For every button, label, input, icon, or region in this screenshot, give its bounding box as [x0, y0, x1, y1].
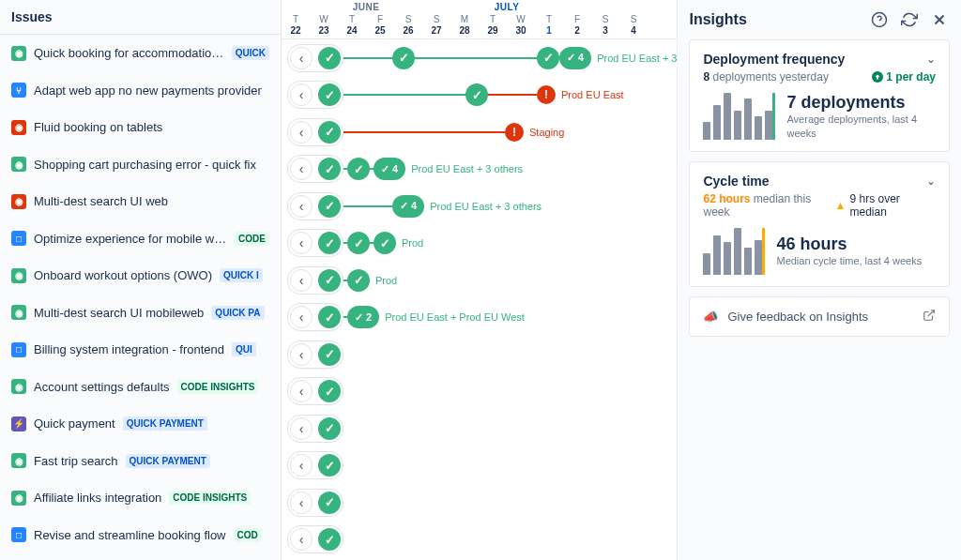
bookmark-icon: ◉	[11, 379, 26, 394]
issue-tag: CODE INSIGHTS	[177, 380, 259, 394]
deploy-check-icon[interactable]: ✓	[318, 195, 341, 218]
deploy-big-number: 7 deployments	[786, 93, 936, 113]
origin-capsule[interactable]: ‹✓	[287, 118, 343, 146]
environment-label: Prod EU East + 3 others	[411, 163, 523, 174]
deploy-check-icon[interactable]: ✓	[374, 232, 396, 254]
deploy-count-pill[interactable]: ✓ 4	[392, 195, 424, 218]
timeline-row: ‹✓	[282, 522, 677, 559]
expand-chevron-icon[interactable]: ‹	[290, 380, 313, 402]
deploy-check-icon[interactable]: ✓	[392, 47, 415, 69]
deploy-check-icon[interactable]: ✓	[318, 83, 341, 106]
chart-bar	[765, 111, 772, 140]
issue-row[interactable]: ◉Multi-dest search UI web	[0, 183, 281, 220]
issue-title: Onboard workout options (OWO)	[34, 268, 212, 282]
deploy-check-icon[interactable]: ✓	[318, 47, 341, 69]
deploy-check-icon[interactable]: ✓	[318, 380, 341, 402]
issue-row[interactable]: □Optimize experience for mobile webCODE	[0, 220, 281, 258]
cycle-time-card[interactable]: Cycle time ⌄ 62 hours median this week ▲…	[689, 161, 950, 287]
deploy-check-icon[interactable]: ✓	[465, 83, 488, 106]
origin-capsule[interactable]: ‹✓	[287, 81, 343, 109]
issue-row[interactable]: ◉Quick booking for accommodationsQUICK	[0, 35, 281, 72]
environment-label: Prod EU East + Prod EU West	[385, 311, 525, 323]
deploy-fail-icon[interactable]: !	[537, 85, 556, 104]
issue-row[interactable]: □Revise and streamline booking flowCOD	[0, 517, 281, 554]
origin-capsule[interactable]: ‹✓	[287, 489, 343, 517]
timeline: JUNE JULY T22W23T24F25S26S27M28T29W30T1F…	[282, 0, 677, 560]
feedback-link[interactable]: 📣 Give feedback on Insights	[689, 296, 950, 337]
refresh-icon[interactable]	[899, 9, 920, 30]
expand-chevron-icon[interactable]: ‹	[290, 492, 313, 514]
deploy-check-icon[interactable]: ✓	[318, 528, 341, 551]
expand-chevron-icon[interactable]: ‹	[290, 47, 313, 69]
issue-row[interactable]: ◉Multi-dest search UI mobilewebQUICK PA	[0, 295, 281, 332]
origin-capsule[interactable]: ‹✓	[287, 451, 343, 479]
deploy-check-icon[interactable]: ✓	[347, 158, 370, 180]
deploy-count-pill[interactable]: ✓ 4	[374, 158, 405, 180]
environment-label: Prod EU East + 3 o	[597, 53, 677, 64]
expand-chevron-icon[interactable]: ‹	[290, 343, 313, 366]
bookmark-icon: ◉	[11, 305, 26, 320]
issue-row[interactable]: ◉Onboard workout options (OWO)QUICK I	[0, 257, 281, 295]
issue-row[interactable]: ⑂Adapt web app no new payments provider	[0, 72, 281, 110]
origin-capsule[interactable]: ‹✓	[287, 229, 343, 257]
issue-row[interactable]: ◉Fluid booking on tablets	[0, 109, 281, 146]
connector-line	[488, 94, 537, 96]
deployment-frequency-card[interactable]: Deployment frequency ⌄ 8 deployments yes…	[689, 39, 950, 152]
issue-row[interactable]: ◉Account settings defaultsCODE INSIGHTS	[0, 369, 281, 406]
deploy-count-pill[interactable]: ✓ 4	[559, 47, 591, 69]
issue-row[interactable]: ◉Affiliate links integrationCODE INSIGHT…	[0, 479, 281, 517]
deploy-check-icon[interactable]: ✓	[347, 269, 370, 292]
deploy-check-icon[interactable]: ✓	[318, 417, 341, 440]
origin-capsule[interactable]: ‹✓	[287, 266, 343, 295]
connector-line	[415, 57, 537, 59]
issue-row[interactable]: ◉Shopping cart purchasing error - quick …	[0, 146, 281, 184]
expand-chevron-icon[interactable]: ‹	[290, 232, 313, 254]
day-column: M28	[450, 12, 479, 38]
deploy-check-icon[interactable]: ✓	[537, 47, 559, 69]
deploy-check-icon[interactable]: ✓	[318, 121, 341, 144]
day-column: S3	[591, 12, 619, 38]
close-icon[interactable]	[929, 9, 950, 30]
issue-tag: QUICK	[232, 46, 269, 60]
expand-chevron-icon[interactable]: ‹	[290, 306, 313, 328]
month-label-july: JULY	[450, 0, 563, 12]
issue-title: Fluid booking on tablets	[34, 120, 162, 134]
expand-chevron-icon[interactable]: ‹	[290, 454, 313, 477]
expand-chevron-icon[interactable]: ‹	[290, 158, 313, 180]
timeline-row: ‹✓	[282, 447, 677, 485]
origin-capsule[interactable]: ‹✓	[287, 44, 343, 72]
origin-capsule[interactable]: ‹✓	[287, 525, 343, 553]
origin-capsule[interactable]: ‹✓	[287, 303, 343, 331]
expand-chevron-icon[interactable]: ‹	[290, 528, 313, 551]
deploy-check-icon[interactable]: ✓	[318, 343, 341, 366]
issue-row[interactable]: ⚡Quick paymentQUICK PAYMENT	[0, 405, 281, 443]
origin-capsule[interactable]: ‹✓	[287, 341, 343, 369]
deploy-check-icon[interactable]: ✓	[318, 454, 341, 477]
deploy-check-icon[interactable]: ✓	[347, 232, 370, 254]
deploy-count-pill[interactable]: ✓ 2	[347, 306, 379, 328]
issue-tag: COD	[234, 528, 262, 542]
issue-row[interactable]: ◉Fast trip searchQUICK PAYMENT	[0, 443, 281, 480]
help-icon[interactable]	[869, 9, 890, 30]
timeline-row: ‹✓✓!Prod EU East	[282, 77, 677, 114]
origin-capsule[interactable]: ‹✓	[287, 415, 343, 443]
issues-header: Issues	[0, 0, 281, 35]
chevron-down-icon[interactable]: ⌄	[926, 174, 936, 188]
deploy-check-icon[interactable]: ✓	[318, 158, 341, 180]
origin-capsule[interactable]: ‹✓	[287, 192, 343, 220]
expand-chevron-icon[interactable]: ‹	[290, 417, 313, 440]
origin-capsule[interactable]: ‹✓	[287, 377, 343, 405]
expand-chevron-icon[interactable]: ‹	[290, 269, 313, 292]
origin-capsule[interactable]: ‹✓	[287, 155, 343, 183]
deploy-check-icon[interactable]: ✓	[318, 306, 341, 328]
deploy-check-icon[interactable]: ✓	[318, 269, 341, 292]
deploy-check-icon[interactable]: ✓	[318, 492, 341, 514]
chevron-down-icon[interactable]: ⌄	[926, 53, 936, 66]
issue-tag: QUICK I	[220, 268, 263, 282]
expand-chevron-icon[interactable]: ‹	[290, 83, 313, 106]
deploy-check-icon[interactable]: ✓	[318, 232, 341, 254]
expand-chevron-icon[interactable]: ‹	[290, 121, 313, 144]
deploy-fail-icon[interactable]: !	[505, 123, 524, 142]
issue-row[interactable]: □Billing system integration - frontendQU…	[0, 331, 281, 369]
expand-chevron-icon[interactable]: ‹	[290, 195, 313, 218]
